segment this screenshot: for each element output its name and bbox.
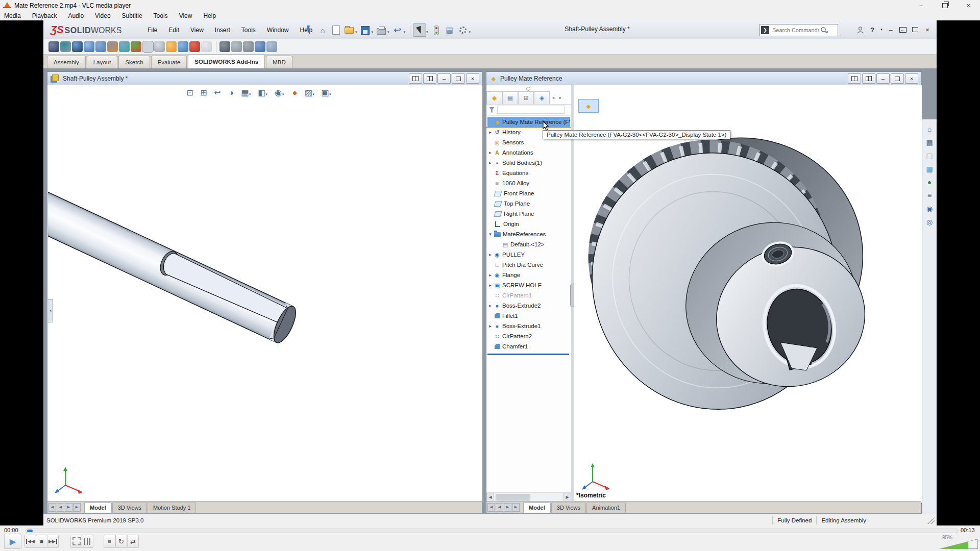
sw-arrange-button[interactable]: ↔ [897, 24, 909, 35]
child-restore-button[interactable] [452, 73, 465, 84]
rollback-bar[interactable] [487, 354, 569, 355]
assembly-tab-3d-views[interactable]: 3D Views [112, 503, 147, 513]
scrollbar-thumb[interactable] [496, 494, 530, 500]
addin-icon-16[interactable] [219, 41, 230, 52]
filter-input[interactable] [497, 106, 565, 114]
tab-layout[interactable]: Layout [87, 56, 118, 68]
part-window[interactable]: Pulley Mate Reference – × ◆▤⊞◈◂▸ [486, 71, 922, 513]
vlc-menu-view[interactable]: View [179, 12, 192, 19]
options-dropdown[interactable]: ▾ [469, 30, 471, 34]
tree-horizontal-scrollbar[interactable]: ◀ ▶ [486, 492, 571, 502]
part-tab-nav-3[interactable]: ▶ [512, 503, 520, 512]
assembly-tab-model[interactable]: Model [84, 503, 112, 513]
tree-item-matereferences[interactable]: ▾MateReferences [487, 229, 570, 239]
assembly-tab-nav-2[interactable]: ▶ [65, 503, 72, 512]
tree-item-screw-hole[interactable]: ▸SCREW HOLE [487, 280, 570, 290]
sw-restore-button[interactable] [909, 24, 921, 35]
tree-item-pitch-dia-curve[interactable]: Pitch Dia Curve [487, 260, 570, 270]
child-close-button[interactable]: × [905, 73, 918, 84]
tab-mbd[interactable]: MBD [266, 56, 292, 68]
extended-settings-button[interactable] [82, 535, 93, 548]
help-button[interactable]: ? [866, 24, 878, 35]
tree-item-1060-alloy[interactable]: 1060 Alloy [487, 178, 570, 188]
fullscreen-button[interactable] [70, 535, 82, 548]
context-toolbar-button[interactable] [578, 99, 599, 113]
search-commands-box[interactable]: ❯ ▾ [760, 24, 838, 36]
tab-sketch[interactable]: Sketch [118, 56, 150, 68]
manager-tab-configurationmanager[interactable]: ⊞ [518, 91, 534, 104]
addin-icon-7[interactable] [119, 41, 130, 52]
open-button[interactable] [343, 24, 355, 36]
tree-item-cirpattern1[interactable]: CirPattern1 [487, 290, 570, 300]
home-button[interactable]: ⌂ [316, 24, 329, 36]
vlc-menu-subtitle[interactable]: Subtitle [122, 12, 142, 19]
vlc-menu-video[interactable]: Video [95, 12, 110, 19]
open-dropdown[interactable]: ▾ [355, 30, 357, 34]
addin-icon-18[interactable] [243, 41, 254, 52]
search-input[interactable] [771, 27, 820, 34]
playlist-button[interactable]: ≡ [104, 535, 115, 548]
random-button[interactable]: ⇄ [127, 535, 139, 548]
solidworks-resources-icon[interactable]: ⌂ [924, 123, 935, 135]
select-dropdown[interactable]: ▾ [426, 30, 428, 34]
tree-item-default-12[interactable]: Default-<12> [487, 239, 571, 249]
manager-tab-featuremanager[interactable]: ◆ [486, 91, 502, 104]
tile-horizontal-button[interactable] [862, 73, 875, 84]
addin-icon-17[interactable] [231, 41, 242, 52]
tree-item-boss-extrude1[interactable]: ▸Boss-Extrude1 [487, 321, 570, 331]
seek-position-handle[interactable] [27, 530, 33, 532]
stop-button[interactable]: ■ [36, 535, 47, 548]
sw-minimize-button[interactable]: – [885, 24, 897, 35]
addin-icon-12[interactable] [178, 41, 188, 52]
sw-menu-edit[interactable]: Edit [166, 26, 181, 35]
tree-item-right-plane[interactable]: Right Plane [487, 209, 570, 219]
manager-tab-dimxpertmanager[interactable]: ◈ [534, 91, 550, 104]
child-close-button[interactable]: × [466, 73, 479, 84]
vlc-menu-audio[interactable]: Audio [68, 12, 84, 19]
design-library-icon[interactable]: ▤ [924, 137, 935, 148]
new-document-button[interactable] [330, 24, 342, 36]
assembly-tab-nav-3[interactable]: ▶ [73, 503, 81, 512]
vlc-close-button[interactable]: × [957, 0, 980, 11]
undo-button[interactable]: ↩ [391, 24, 404, 36]
addin-icon-19[interactable] [255, 41, 265, 52]
print-button[interactable] [375, 24, 387, 36]
addin-icon-13[interactable] [189, 41, 200, 52]
custom-properties-icon[interactable]: ≡ [924, 190, 935, 201]
assembly-graphics-area[interactable]: ⊡⊞↩◑▦▾◧▾◉▾●▨▾▣▾ [48, 85, 482, 503]
tree-item-chamfer1[interactable]: Chamfer1 [487, 341, 570, 352]
expand-arrow[interactable]: ▸ [487, 303, 493, 308]
tree-item-front-plane[interactable]: Front Plane [487, 188, 570, 198]
file-explorer-icon[interactable]: ▢ [924, 150, 935, 161]
tree-item-pulley[interactable]: ▸PULLEY [487, 249, 570, 260]
part-tab-model[interactable]: Model [523, 503, 551, 513]
assembly-tab-nav-1[interactable]: ◀ [57, 503, 64, 512]
addin-icon-10[interactable] [154, 41, 165, 52]
scroll-left-arrow[interactable]: ◀ [486, 493, 494, 502]
addin-icon-6[interactable] [107, 41, 118, 52]
part-tab-nav-1[interactable]: ◀ [496, 503, 503, 512]
tile-vertical-button[interactable] [848, 73, 861, 84]
assembly-tab-nav-0[interactable]: ◀ [48, 503, 56, 512]
tree-item-fillet1[interactable]: Fillet1 [487, 311, 570, 321]
child-minimize-button[interactable]: – [437, 73, 451, 84]
sw-menu-insert[interactable]: Insert [213, 26, 232, 35]
part-tab-nav-2[interactable]: ▶ [504, 503, 511, 512]
addin-icon-2[interactable] [60, 41, 71, 52]
select-tool-button[interactable] [413, 23, 426, 37]
manager-tab-propertymanager[interactable]: ▤ [502, 91, 518, 104]
vlc-menu-help[interactable]: Help [203, 12, 216, 19]
tree-item-origin[interactable]: Origin [487, 219, 570, 229]
sw-menu-view[interactable]: View [188, 26, 206, 35]
part-tab-3d-views[interactable]: 3D Views [551, 503, 586, 513]
manager-tabs-scroll-left[interactable]: ◂ [550, 92, 557, 103]
addin-icon-20[interactable] [266, 41, 277, 52]
play-button[interactable]: ▶ [4, 534, 21, 549]
tree-item-cirpattern2[interactable]: CirPattern2 [487, 331, 570, 341]
tree-item-top-plane[interactable]: Top Plane [487, 198, 570, 209]
seek-bar[interactable] [26, 529, 959, 533]
search-dropdown[interactable]: ▾ [826, 30, 828, 34]
loop-button[interactable]: ↻ [115, 535, 127, 548]
sw-close-button[interactable]: × [921, 24, 934, 35]
tile-vertical-button[interactable] [409, 73, 422, 84]
